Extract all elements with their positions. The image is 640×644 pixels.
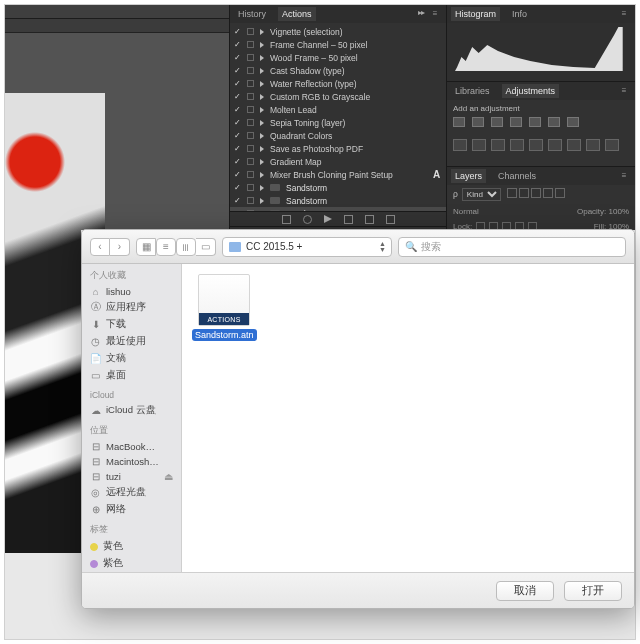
action-row[interactable]: ✓Save as Photoshop PDF <box>230 142 446 155</box>
adj-icon[interactable] <box>453 117 465 127</box>
dialog-toggle[interactable] <box>247 41 254 48</box>
view-columns-button[interactable]: ⫼ <box>176 238 196 256</box>
disclosure-icon[interactable] <box>260 29 264 35</box>
check-icon[interactable]: ✓ <box>234 105 241 114</box>
adj-icon[interactable] <box>605 139 619 151</box>
view-icons-button[interactable]: ▦ <box>136 238 156 256</box>
sidebar-item[interactable]: ◎远程光盘 <box>82 484 181 501</box>
sidebar-item[interactable]: ⬇下载 <box>82 316 181 333</box>
disclosure-icon[interactable] <box>260 55 264 61</box>
adj-icon[interactable] <box>586 139 600 151</box>
dialog-toggle[interactable] <box>247 106 254 113</box>
sidebar-item[interactable]: ⌂lishuo <box>82 284 181 299</box>
dialog-toggle[interactable] <box>247 197 254 204</box>
document-canvas[interactable] <box>5 5 229 230</box>
adj-icon[interactable] <box>472 139 486 151</box>
tab-actions[interactable]: Actions <box>278 7 316 21</box>
sidebar-item[interactable]: ☁iCloud 云盘 <box>82 402 181 419</box>
tab-libraries[interactable]: Libraries <box>451 84 494 98</box>
stop-icon[interactable] <box>282 215 291 224</box>
action-row[interactable]: ✓Sandstorm <box>230 194 446 207</box>
panel-menu-icon[interactable]: ≡ <box>426 7 444 20</box>
sidebar-item[interactable]: 黄色 <box>82 538 181 555</box>
action-row[interactable]: ✓Mixer Brush Cloning Paint Setup <box>230 168 446 181</box>
adj-icon[interactable] <box>510 139 524 151</box>
adj-icon[interactable] <box>453 139 467 151</box>
action-row[interactable]: ✓Water Reflection (type) <box>230 77 446 90</box>
action-row[interactable]: ✓Sepia Toning (layer) <box>230 116 446 129</box>
dialog-toggle[interactable] <box>247 171 254 178</box>
tab-channels[interactable]: Channels <box>494 169 540 183</box>
disclosure-icon[interactable] <box>260 107 264 113</box>
check-icon[interactable]: ✓ <box>234 92 241 101</box>
adj-icon[interactable] <box>491 117 503 127</box>
kind-select[interactable]: Kind <box>462 188 501 201</box>
action-row[interactable]: ✓Sandstorm <box>230 181 446 194</box>
tab-adjustments[interactable]: Adjustments <box>502 84 560 98</box>
path-dropdown[interactable]: CC 2015.5 + ▲▼ <box>222 237 392 257</box>
dialog-toggle[interactable] <box>247 184 254 191</box>
check-icon[interactable]: ✓ <box>234 157 241 166</box>
check-icon[interactable]: ✓ <box>234 170 241 179</box>
disclosure-icon[interactable] <box>260 94 264 100</box>
dialog-toggle[interactable] <box>247 93 254 100</box>
filter-icon[interactable] <box>507 188 517 198</box>
action-row[interactable]: ✓Gradient Map <box>230 155 446 168</box>
disclosure-icon[interactable] <box>260 172 264 178</box>
blend-mode[interactable]: Normal <box>453 207 479 216</box>
collapse-icon[interactable]: ▸▸ <box>418 8 424 17</box>
disclosure-icon[interactable] <box>260 159 264 165</box>
back-button[interactable]: ‹ <box>90 238 110 256</box>
new-set-icon[interactable] <box>344 215 353 224</box>
search-input[interactable]: 🔍 搜索 <box>398 237 626 257</box>
check-icon[interactable]: ✓ <box>234 209 241 211</box>
action-row[interactable]: ✓Quadrant Colors <box>230 129 446 142</box>
sidebar-item[interactable]: ⊟Macintosh… <box>82 454 181 469</box>
dialog-toggle[interactable] <box>247 119 254 126</box>
disclosure-icon[interactable] <box>260 146 264 152</box>
finder-content[interactable]: ACTIONS Sandstorm.atn <box>182 264 634 572</box>
dialog-toggle[interactable] <box>247 28 254 35</box>
sidebar-item[interactable]: ◷最近使用 <box>82 333 181 350</box>
sidebar-item[interactable]: ▭桌面 <box>82 367 181 384</box>
adj-icon[interactable] <box>529 117 541 127</box>
action-row[interactable]: ✓Molten Lead <box>230 103 446 116</box>
disclosure-icon[interactable] <box>260 133 264 139</box>
cancel-button[interactable]: 取消 <box>496 581 554 601</box>
filter-icon[interactable] <box>531 188 541 198</box>
filter-icon[interactable] <box>519 188 529 198</box>
check-icon[interactable]: ✓ <box>234 183 241 192</box>
trash-icon[interactable] <box>386 215 395 224</box>
sidebar-item[interactable]: 📄文稿 <box>82 350 181 367</box>
tab-histogram[interactable]: Histogram <box>451 7 500 21</box>
check-icon[interactable]: ✓ <box>234 118 241 127</box>
adj-icon[interactable] <box>491 139 505 151</box>
adj-icon[interactable] <box>567 139 581 151</box>
action-row[interactable]: ✓Frame Channel – 50 pixel <box>230 38 446 51</box>
open-button[interactable]: 打开 <box>564 581 622 601</box>
tab-info[interactable]: Info <box>508 7 531 21</box>
check-icon[interactable]: ✓ <box>234 79 241 88</box>
dialog-toggle[interactable] <box>247 67 254 74</box>
record-icon[interactable] <box>303 215 312 224</box>
check-icon[interactable]: ✓ <box>234 53 241 62</box>
disclosure-icon[interactable] <box>260 81 264 87</box>
check-icon[interactable]: ✓ <box>234 27 241 36</box>
check-icon[interactable]: ✓ <box>234 66 241 75</box>
dialog-toggle[interactable] <box>247 158 254 165</box>
action-row[interactable]: ✓Wood Frame – 50 pixel <box>230 51 446 64</box>
disclosure-icon[interactable] <box>260 211 264 212</box>
eject-icon[interactable]: ⏏ <box>164 471 173 482</box>
filter-icon[interactable] <box>555 188 565 198</box>
view-list-button[interactable]: ≡ <box>156 238 176 256</box>
adj-icon[interactable] <box>472 117 484 127</box>
adj-icon[interactable] <box>529 139 543 151</box>
file-item[interactable]: ACTIONS Sandstorm.atn <box>192 274 256 341</box>
disclosure-icon[interactable] <box>260 120 264 126</box>
dialog-toggle[interactable] <box>247 54 254 61</box>
sidebar-item[interactable]: ⊟tuzi⏏ <box>82 469 181 484</box>
check-icon[interactable]: ✓ <box>234 144 241 153</box>
action-row[interactable]: ✓Cast Shadow (type) <box>230 64 446 77</box>
panel-menu-icon[interactable]: ≡ <box>615 84 633 97</box>
adj-icon[interactable] <box>548 139 562 151</box>
